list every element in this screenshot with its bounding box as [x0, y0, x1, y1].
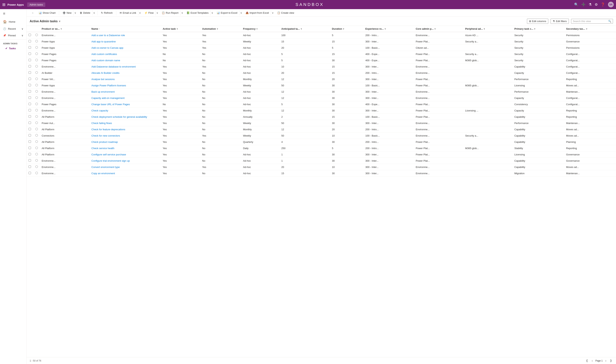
row-checkbox-cell[interactable]	[27, 70, 33, 76]
row-radio[interactable]	[35, 172, 38, 174]
settings-icon[interactable]: ⚙	[595, 2, 598, 7]
row-radio-cell[interactable]	[33, 76, 40, 82]
row-radio-cell[interactable]	[33, 120, 40, 126]
next-page-button[interactable]: ›	[604, 359, 607, 363]
row-radio[interactable]	[35, 115, 38, 118]
row-radio[interactable]	[35, 34, 38, 36]
row-name[interactable]: Back up environment	[90, 89, 161, 95]
row-name-link[interactable]: Check for feature deprecations	[92, 128, 125, 131]
import-excel-dropdown-arrow[interactable]: ∨	[271, 10, 275, 15]
row-checkbox[interactable]	[28, 121, 31, 124]
row-radio[interactable]	[35, 159, 38, 162]
row-checkbox-cell[interactable]	[27, 170, 33, 177]
col-experience[interactable]: Experience re... ∨	[364, 26, 414, 32]
row-checkbox-cell[interactable]	[27, 151, 33, 158]
col-peripheral[interactable]: Peripheral ad... ∨	[463, 26, 512, 32]
row-radio-cell[interactable]	[33, 57, 40, 64]
row-name-link[interactable]: Check for new connectors	[92, 134, 120, 137]
row-radio[interactable]	[35, 90, 38, 93]
row-name-link[interactable]: Configure trial environment sign up	[92, 159, 130, 162]
row-radio-cell[interactable]	[33, 164, 40, 170]
app-grid-icon[interactable]: ⊞	[2, 2, 5, 7]
row-checkbox-cell[interactable]	[27, 89, 33, 95]
sidebar-toggle[interactable]: ≡	[0, 9, 26, 18]
row-name[interactable]: Allocate AI Builder credits	[90, 70, 161, 76]
prev-page-button[interactable]: ‹	[590, 359, 594, 363]
row-checkbox-cell[interactable]	[27, 164, 33, 170]
row-checkbox-cell[interactable]	[27, 132, 33, 139]
first-page-button[interactable]: ⟪	[585, 359, 589, 363]
row-checkbox-cell[interactable]	[27, 39, 33, 45]
row-checkbox-cell[interactable]	[27, 76, 33, 82]
row-checkbox[interactable]	[28, 59, 31, 61]
row-checkbox[interactable]	[28, 34, 31, 36]
row-name-link[interactable]: Assign Power Platform licenses	[92, 84, 126, 87]
row-name[interactable]: Check product roadmap	[90, 139, 161, 145]
row-radio[interactable]	[35, 84, 38, 86]
row-radio[interactable]	[35, 40, 38, 42]
row-name[interactable]: Add app to quarantine	[90, 39, 161, 45]
plus-icon[interactable]: ➕	[581, 2, 586, 7]
last-page-button[interactable]: ⟫	[609, 359, 613, 363]
row-radio-cell[interactable]	[33, 101, 40, 107]
row-name-link[interactable]: Add custom domain name	[92, 59, 120, 62]
row-name[interactable]: Change base URL of Power Pages	[90, 101, 161, 107]
row-checkbox-cell[interactable]	[27, 45, 33, 51]
row-checkbox[interactable]	[28, 65, 31, 67]
row-radio-cell[interactable]	[33, 126, 40, 132]
row-name-link[interactable]: Check product roadmap	[92, 141, 118, 143]
row-checkbox-cell[interactable]	[27, 120, 33, 126]
col-product[interactable]: Product or se... ∨	[40, 26, 90, 32]
row-radio[interactable]	[35, 96, 38, 99]
edit-filters-button[interactable]: ⚗ Edit filters	[550, 19, 569, 24]
row-checkbox-cell[interactable]	[27, 126, 33, 132]
delete-button[interactable]: 🗑 Delete	[78, 10, 92, 15]
email-link-dropdown-arrow[interactable]: ∨	[138, 10, 142, 15]
row-checkbox-cell[interactable]	[27, 107, 33, 114]
new-button[interactable]: ➕ New	[61, 10, 73, 15]
flow-dropdown-arrow[interactable]: ∨	[156, 10, 159, 15]
row-name[interactable]: Check deployment schedule for general av…	[90, 114, 161, 120]
col-core-admin[interactable]: Core admin p... ∨	[414, 26, 463, 32]
row-name[interactable]: Check service health	[90, 145, 161, 151]
new-dropdown-arrow[interactable]: ∨	[73, 10, 77, 15]
col-active-task[interactable]: Active task ∨	[161, 26, 200, 32]
col-secondary-task[interactable]: Secondary tas... ∨	[564, 26, 616, 32]
row-radio-cell[interactable]	[33, 45, 40, 51]
row-name[interactable]: Copy an environment	[90, 170, 161, 177]
row-checkbox[interactable]	[28, 40, 31, 42]
row-name[interactable]: Check failing flows	[90, 120, 161, 126]
row-checkbox-cell[interactable]	[27, 145, 33, 151]
search-icon[interactable]: 🔍	[574, 2, 578, 7]
row-name-link[interactable]: Add a user to a Dataverse role	[92, 34, 125, 37]
row-name-link[interactable]: Check capacity	[92, 109, 108, 112]
sidebar-item-pinned[interactable]: 📌 Pinned ∨	[0, 32, 26, 39]
back-button[interactable]: ←	[30, 10, 36, 15]
row-checkbox[interactable]	[28, 134, 31, 137]
filter-icon[interactable]: ⚗	[589, 2, 592, 7]
row-name-link[interactable]: Check failing flows	[92, 122, 112, 125]
row-radio-cell[interactable]	[33, 89, 40, 95]
import-excel-button[interactable]: 📥 Import from Excel	[244, 10, 271, 15]
row-checkbox-cell[interactable]	[27, 158, 33, 164]
row-radio-cell[interactable]	[33, 70, 40, 76]
row-radio-cell[interactable]	[33, 64, 40, 70]
row-name-link[interactable]: Allocate AI Builder credits	[92, 72, 119, 74]
row-name[interactable]: Check for feature deprecations	[90, 126, 161, 132]
row-checkbox[interactable]	[28, 172, 31, 174]
export-excel-dropdown-arrow[interactable]: ∨	[239, 10, 243, 15]
row-name[interactable]: Capacity add-on management	[90, 95, 161, 101]
row-radio-cell[interactable]	[33, 95, 40, 101]
run-report-button[interactable]: 📋 Run Report	[160, 10, 180, 15]
row-radio[interactable]	[35, 134, 38, 137]
row-radio-cell[interactable]	[33, 39, 40, 45]
row-radio[interactable]	[35, 121, 38, 124]
row-radio[interactable]	[35, 166, 38, 168]
row-name[interactable]: Convert environment type	[90, 164, 161, 170]
row-checkbox-cell[interactable]	[27, 139, 33, 145]
row-radio[interactable]	[35, 65, 38, 67]
row-radio[interactable]	[35, 59, 38, 61]
delete-dropdown-arrow[interactable]: ∨	[92, 10, 96, 15]
row-radio-cell[interactable]	[33, 82, 40, 89]
row-radio-cell[interactable]	[33, 107, 40, 114]
